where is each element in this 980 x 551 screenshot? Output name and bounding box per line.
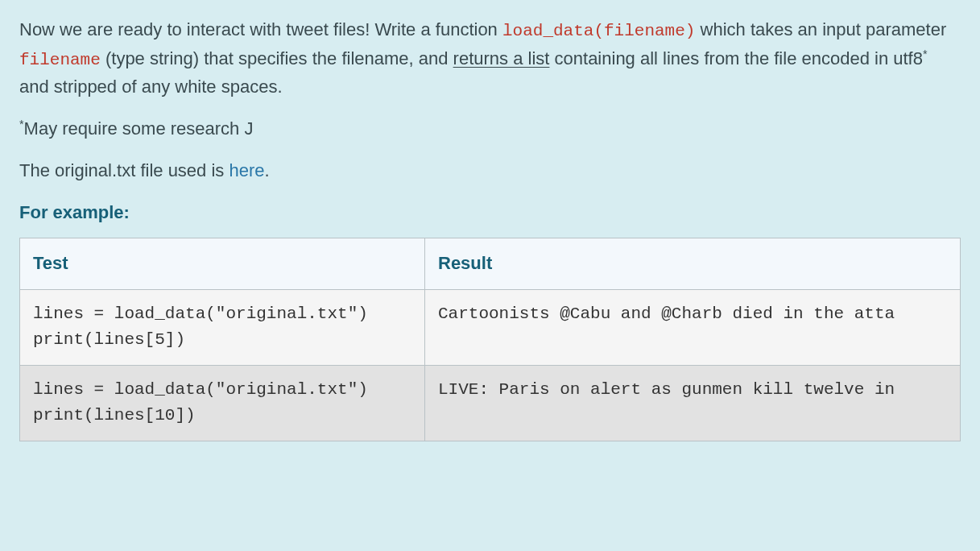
intro-text-4: containing all lines from the file encod… [549, 48, 923, 68]
file-sentence-after: . [265, 160, 270, 180]
footnote-text: May require some research J [24, 118, 254, 139]
example-table: Test Result lines = load_data("original.… [19, 238, 961, 441]
intro-text-2: which takes an input parameter [695, 19, 946, 39]
example-label: For example: [19, 199, 961, 226]
cell-result: Cartoonists @Cabu and @Charb died in the… [425, 289, 961, 365]
intro-text-3: (type string) that specifies the filenam… [101, 48, 453, 68]
intro-footnote-marker: * [923, 47, 928, 60]
cell-test: lines = load_data("original.txt") print(… [20, 289, 425, 365]
code-filename: filename [19, 51, 101, 69]
file-sentence: The original.txt file used is here. [19, 157, 961, 184]
table-row: lines = load_data("original.txt") print(… [20, 289, 961, 365]
intro-underlined: returns a list [453, 48, 550, 68]
question-panel: Now we are ready to interact with tweet … [0, 0, 980, 461]
header-test: Test [20, 238, 425, 289]
table-header-row: Test Result [20, 238, 961, 289]
intro-text-5: and stripped of any white spaces. [19, 77, 283, 97]
here-link[interactable]: here [229, 160, 264, 180]
intro-paragraph: Now we are ready to interact with tweet … [19, 16, 961, 101]
cell-test: lines = load_data("original.txt") print(… [20, 365, 425, 441]
footnote-paragraph: *May require some research J [19, 115, 961, 143]
table-row: lines = load_data("original.txt") print(… [20, 365, 961, 441]
cell-result: LIVE: Paris on alert as gunmen kill twel… [425, 365, 961, 441]
intro-text-1: Now we are ready to interact with tweet … [19, 19, 502, 39]
code-load-data: load_data(filename) [502, 22, 695, 40]
file-sentence-before: The original.txt file used is [19, 160, 229, 180]
header-result: Result [425, 238, 961, 289]
